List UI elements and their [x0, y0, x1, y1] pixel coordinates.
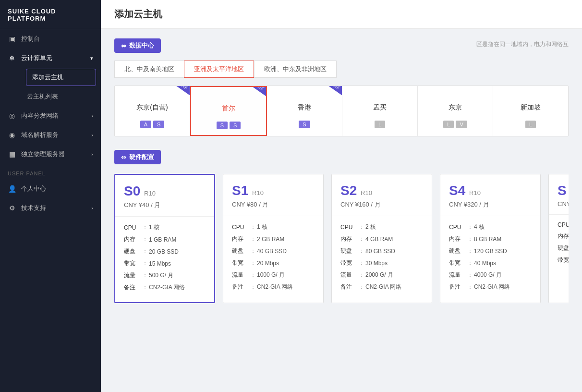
location-name: 香港	[293, 86, 316, 117]
region-note: 区是指在同一地域内，电力和网络互	[476, 40, 569, 49]
user-icon: 👤	[8, 185, 16, 193]
spec-bandwidth: 带宽 ： 40 Mbps	[449, 259, 532, 267]
plan-revision: R10	[252, 189, 264, 196]
plan-price-s1: CNY ¥80 / 月	[232, 200, 315, 209]
hardware-label: 硬件配置	[129, 153, 154, 161]
plan-header-s2: S2 R10 CNY ¥160 / 月	[332, 174, 432, 216]
plan-header-s1: S1 R10 CNY ¥80 / 月	[223, 174, 323, 216]
location-card-hongkong[interactable]: 推荐 香港 S	[267, 86, 342, 136]
page-content: ⇔ 数据中心 区是指在同一地域内，电力和网络互 北、中及南美地区 亚洲及太平洋地…	[101, 29, 582, 313]
sidebar-item-label: 技术支持	[21, 204, 46, 212]
page-title: 添加云主机	[114, 8, 569, 21]
plan-name-s2: S2 R10	[340, 183, 423, 198]
spec-disk: 硬盘 ： 80 GB SSD	[340, 247, 423, 255]
chevron-right-icon: ›	[91, 205, 93, 211]
plan-specs-s1: CPU ： 1 核 内存 ： 2 GB RAM 硬盘 ： 40 GB S	[223, 216, 323, 302]
location-name: 首尔	[217, 87, 240, 118]
location-card-tokyo[interactable]: 东京 L V	[418, 86, 493, 136]
spec-cpu: CPU ： 4 核	[449, 223, 532, 231]
sidebar-item-support[interactable]: ⚙ 技术支持 ›	[0, 198, 101, 218]
spec-note: 备注 ： CN2-GIA 网络	[449, 283, 532, 291]
tag-s2: S	[230, 122, 241, 129]
location-card-singapore[interactable]: 新加坡 L	[493, 86, 568, 136]
chevron-right-icon: ›	[91, 113, 93, 119]
spec-disk: 硬盘 ： 120 GB SSD	[449, 247, 532, 255]
plan-price-s0: CNY ¥40 / 月	[124, 201, 206, 209]
support-icon: ⚙	[8, 204, 16, 212]
tab-north-america[interactable]: 北、中及南美地区	[114, 61, 184, 78]
location-name: 东京(自营)	[132, 86, 172, 117]
spec-traffic: 流量 ： 2000 G/ 月	[340, 271, 423, 279]
tag-s: S	[299, 121, 310, 128]
spec-ram: 内存	[558, 232, 569, 240]
sidebar-item-label: 独立物理服务器	[21, 150, 65, 159]
tag-l: L	[443, 121, 454, 128]
plan-card-s-partial[interactable]: S CNY CPU 内存 硬盘 带宽	[548, 174, 569, 303]
sidebar-item-label: 个人中心	[21, 184, 46, 193]
spec-ram: 内存 ： 8 GB RAM	[449, 235, 532, 243]
sidebar-item-cloud-compute[interactable]: ❄ 云计算单元 ▾	[0, 49, 101, 68]
user-panel-label: USER PANEL	[0, 164, 101, 179]
spec-traffic: 流量 ： 1000 G/ 月	[232, 271, 315, 279]
sidebar: SUIKE CLOUD PLATFORM ▣ 控制台 ❄ 云计算单元 ▾ 添加云…	[0, 0, 101, 392]
plan-specs-s0: CPU ： 1 核 内存 ： 1 GB RAM 硬盘 ： 20 GB S	[115, 217, 214, 302]
sidebar-item-cdn[interactable]: ◎ 内容分发网络 ›	[0, 106, 101, 125]
sidebar-item-vm-list[interactable]: 云主机列表	[21, 87, 101, 106]
plan-card-s1[interactable]: S1 R10 CNY ¥80 / 月 CPU ： 1 核 内存 ： 2 GB R…	[223, 174, 324, 303]
plan-name-s1: S1 R10	[232, 183, 315, 198]
plan-header-s0: S0 R10 CNY ¥40 / 月	[115, 175, 214, 217]
location-card-tokyo-self[interactable]: 推荐 东京(自营) A S	[115, 86, 190, 136]
spec-traffic: 流量 ： 4000 G/ 月	[449, 271, 532, 279]
plan-card-s2[interactable]: S2 R10 CNY ¥160 / 月 CPU ： 2 核 内存 ： 4 GB …	[331, 174, 432, 303]
plan-revision: R10	[469, 189, 481, 196]
spec-bandwidth: 带宽	[558, 256, 569, 264]
location-tags: L	[370, 117, 390, 134]
tag-v: V	[456, 121, 467, 128]
tag-s1: S	[217, 122, 228, 129]
sidebar-item-add-vm[interactable]: 添加云主机	[26, 69, 96, 86]
tab-asia-pacific[interactable]: 亚洲及太平洋地区	[184, 61, 254, 78]
location-tags: L	[521, 117, 541, 134]
vm-list-label: 云主机列表	[27, 92, 58, 101]
sidebar-item-dns[interactable]: ◉ 域名解析服务 ›	[0, 125, 101, 145]
spec-note: 备注 ： CN2-GIA 网络	[232, 283, 315, 291]
plan-card-s0[interactable]: S0 R10 CNY ¥40 / 月 CPU ： 1 核 内存 ： 1 GB R…	[114, 174, 215, 303]
location-name: 新加坡	[516, 86, 546, 117]
spec-ram: 内存 ： 4 GB RAM	[340, 235, 423, 243]
region-tabs: 北、中及南美地区 亚洲及太平洋地区 欧洲、中东及非洲地区	[114, 61, 569, 78]
plan-grid: S0 R10 CNY ¥40 / 月 CPU ： 1 核 内存 ： 1 GB R…	[114, 174, 569, 303]
sidebar-item-label: 控制台	[21, 35, 40, 43]
cloud-icon: ❄	[8, 54, 16, 62]
sidebar-item-profile[interactable]: 👤 个人中心	[0, 179, 101, 198]
spec-ram: 内存 ： 1 GB RAM	[124, 235, 206, 244]
console-icon: ▣	[8, 35, 16, 43]
sidebar-logo: SUIKE CLOUD PLATFORM	[0, 0, 101, 29]
location-tags: A S	[135, 117, 170, 134]
recommended-ribbon: 推荐	[244, 86, 267, 99]
sidebar-sub-cloud: 添加云主机 云主机列表	[0, 68, 101, 106]
location-card-seoul[interactable]: 推荐 首尔 S S	[190, 86, 267, 136]
plan-price-s2: CNY ¥160 / 月	[340, 200, 423, 209]
location-tags: L V	[438, 117, 472, 134]
hardware-section: ⇔ 硬件配置 S0 R10 CNY ¥40 / 月 CPU ： 1 核	[114, 150, 569, 303]
main-content: 添加云主机 ⇔ 数据中心 区是指在同一地域内，电力和网络互 北、中及南美地区 亚…	[101, 0, 582, 392]
plan-specs-s4: CPU ： 4 核 内存 ： 8 GB RAM 硬盘 ： 120 GB	[440, 216, 540, 302]
tab-europe-africa[interactable]: 欧洲、中东及非洲地区	[254, 61, 337, 78]
location-tags: S S	[212, 118, 246, 135]
sidebar-item-dedicated[interactable]: ▦ 独立物理服务器 ›	[0, 145, 101, 164]
spec-disk: 硬盘 ： 20 GB SSD	[124, 247, 206, 256]
tag-l: L	[525, 121, 536, 128]
data-center-section: ⇔ 数据中心 区是指在同一地域内，电力和网络互 北、中及南美地区 亚洲及太平洋地…	[114, 38, 569, 136]
dns-icon: ◉	[8, 131, 16, 139]
recommended-ribbon: 推荐	[320, 86, 342, 98]
sidebar-item-console[interactable]: ▣ 控制台	[0, 29, 101, 49]
location-card-mumbai[interactable]: 孟买 L	[342, 86, 418, 136]
tag-a: A	[140, 121, 151, 128]
add-vm-label: 添加云主机	[32, 73, 63, 82]
spec-cpu: CPU ： 1 核	[124, 223, 206, 232]
chevron-right-icon: ›	[91, 151, 93, 157]
plan-card-s4[interactable]: S4 R10 CNY ¥320 / 月 CPU ： 4 核 内存 ： 8 GB …	[440, 174, 541, 303]
spec-cpu: CPU ： 1 核	[232, 223, 315, 231]
location-tags: S	[294, 117, 315, 134]
plan-header-s4: S4 R10 CNY ¥320 / 月	[440, 174, 540, 216]
